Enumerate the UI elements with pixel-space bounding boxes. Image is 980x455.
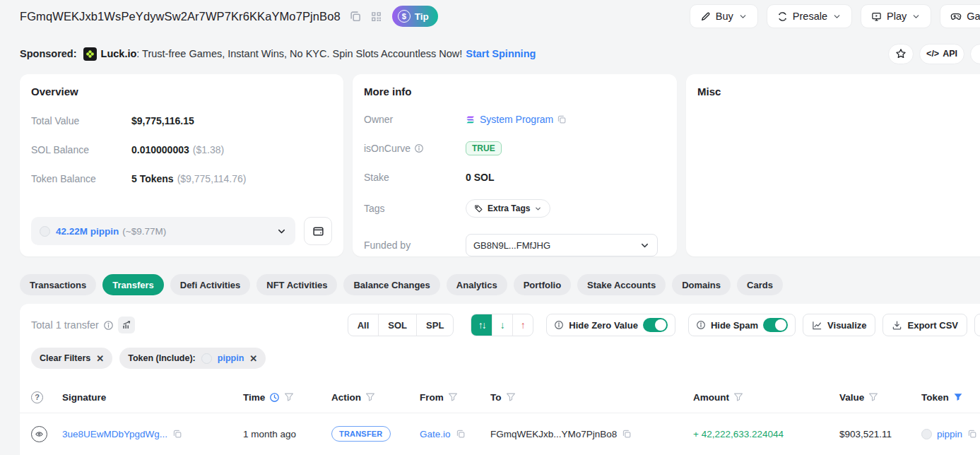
top-navigation: Buy Presale Play Gaming [690,4,980,28]
to-address[interactable]: FGmqWEKJxb...YMo7PjnBo8 [490,429,617,439]
arrow-up-icon: ↑ [521,319,526,331]
tab-cards[interactable]: Cards [737,274,783,295]
token-selector[interactable]: 42.22M pippin (~$9.77M) [31,217,295,245]
column-settings-button[interactable] [974,314,980,336]
tab-balance-changes[interactable]: Balance Changes [343,274,439,295]
direction-filter-segment: ↑↓ ↓ ↑ [471,314,533,336]
overview-title: Overview [31,85,332,98]
total-transfers-text: Total 1 transfer [31,319,99,331]
sol-balance-row: SOL Balance 0.010000003 ($1.38) [31,144,332,155]
play-button[interactable]: Play [861,4,931,28]
copy-owner-icon[interactable] [557,114,567,124]
col-value: Value [839,392,864,403]
owner-label: Owner [364,114,466,125]
arrow-down-icon: ↓ [500,319,505,331]
copy-token-icon[interactable] [967,429,977,439]
presale-button[interactable]: Presale [767,4,852,28]
chart-view-button[interactable] [118,317,135,333]
tag-icon [474,204,483,213]
visualize-button[interactable]: Visualize [803,314,875,336]
token-include-chip[interactable]: Token (Include): pippin ✕ [119,348,266,369]
owner-link[interactable]: System Program [480,114,553,125]
wallet-icon [312,225,324,237]
tip-button[interactable]: $ Tip [392,6,438,27]
tab-analytics[interactable]: Analytics [447,274,507,295]
star-icon [895,48,907,59]
hide-zero-value-toggle[interactable]: Hide Zero Value [546,314,675,336]
filter-funnel-icon[interactable] [733,392,743,402]
portfolio-button[interactable] [304,217,332,245]
tags-label: Tags [364,203,466,214]
close-icon[interactable]: ✕ [249,353,257,364]
preview-button[interactable] [31,426,47,442]
token-icon [201,353,212,364]
owner-row: Owner System Program [364,114,666,125]
copy-address-icon[interactable] [349,10,362,23]
tab-stake-accounts[interactable]: Stake Accounts [577,274,666,295]
token-selector-usd: (~$9.77M) [122,226,166,237]
presale-button-label: Presale [793,11,827,22]
hide-spam-toggle[interactable]: Hide Spam [688,314,796,336]
signature-link[interactable]: 3ue8UEwMDbYpgdWg... [62,429,167,439]
copy-to-icon[interactable] [622,429,632,439]
filter-spl[interactable]: SPL [416,314,453,336]
tab-portfolio[interactable]: Portfolio [514,274,571,295]
gaming-button[interactable]: Gaming [940,4,980,28]
tab-defi-activities[interactable]: Defi Activities [170,274,251,295]
filter-funnel-icon[interactable] [506,392,516,402]
luck-io-logo-icon [83,47,97,61]
from-link[interactable]: Gate.io [420,429,451,439]
sponsored-text: : Trust-free Games, Instant Wins, No KYC… [136,48,462,59]
tab-nft-activities[interactable]: NFT Activities [256,274,337,295]
filter-funnel-icon[interactable] [448,392,458,402]
filter-sol[interactable]: SOL [378,314,416,336]
copy-from-icon[interactable] [456,429,466,439]
funded-by-select[interactable]: GB8N9L...FMfJHG [466,234,658,256]
sort-both-button[interactable]: ↑↓ [471,314,492,336]
more-info-card: More info Owner System Program isOnCurve… [353,74,677,256]
gamepad-icon [950,11,962,22]
sol-balance-label: SOL Balance [31,144,131,155]
tab-transactions[interactable]: Transactions [20,274,96,295]
table-row: 3ue8UEwMDbYpgdWg... 1 month ago TRANSFER… [31,413,979,454]
favorite-button[interactable] [888,44,914,64]
filter-funnel-icon[interactable] [868,392,878,402]
filter-funnel-icon[interactable] [365,392,375,402]
total-value-row: Total Value $9,775,116.15 [31,115,332,126]
transfers-table: ? Signature Time Action From To Amount V… [31,383,979,455]
action-badge[interactable]: TRANSFER [331,426,391,442]
more-actions-button[interactable] [970,44,980,64]
filter-funnel-active-icon[interactable] [953,392,963,402]
clock-icon[interactable] [269,392,280,403]
hide-spam-switch[interactable] [763,318,788,332]
sponsored-brand[interactable]: Luck.io [101,48,137,59]
tab-domains[interactable]: Domains [672,274,731,295]
col-token: Token [921,392,949,403]
tab-transfers[interactable]: Transfers [102,274,164,295]
currency-filter-segment: All SOL SPL [348,314,454,336]
copy-signature-icon[interactable] [172,429,182,439]
token-selector-row: 42.22M pippin (~$9.77M) [31,217,332,245]
token-link[interactable]: pippin [937,429,962,439]
chevron-down-icon [738,12,748,21]
qr-code-icon[interactable] [370,11,382,23]
hide-zero-value-switch[interactable] [643,318,668,332]
export-csv-label: Export CSV [907,320,958,331]
info-icon [554,320,564,330]
buy-button[interactable]: Buy [690,4,758,28]
incoming-button[interactable]: ↓ [492,314,512,336]
play-icon [871,11,882,22]
clear-filters-chip[interactable]: Clear Filters ✕ [31,348,112,369]
extra-tags-button[interactable]: Extra Tags [466,199,550,218]
help-icon[interactable]: ? [31,391,43,403]
export-csv-button[interactable]: Export CSV [882,314,967,336]
filter-funnel-icon[interactable] [284,392,294,402]
col-time[interactable]: Time [243,392,265,403]
play-button-label: Play [887,11,907,22]
api-button[interactable]: </> API [919,44,964,64]
outgoing-button[interactable]: ↑ [512,314,533,336]
filter-all[interactable]: All [348,314,379,336]
close-icon[interactable]: ✕ [96,353,104,364]
sponsored-cta-link[interactable]: Start Spinning [466,48,536,59]
api-button-label: API [943,49,957,59]
